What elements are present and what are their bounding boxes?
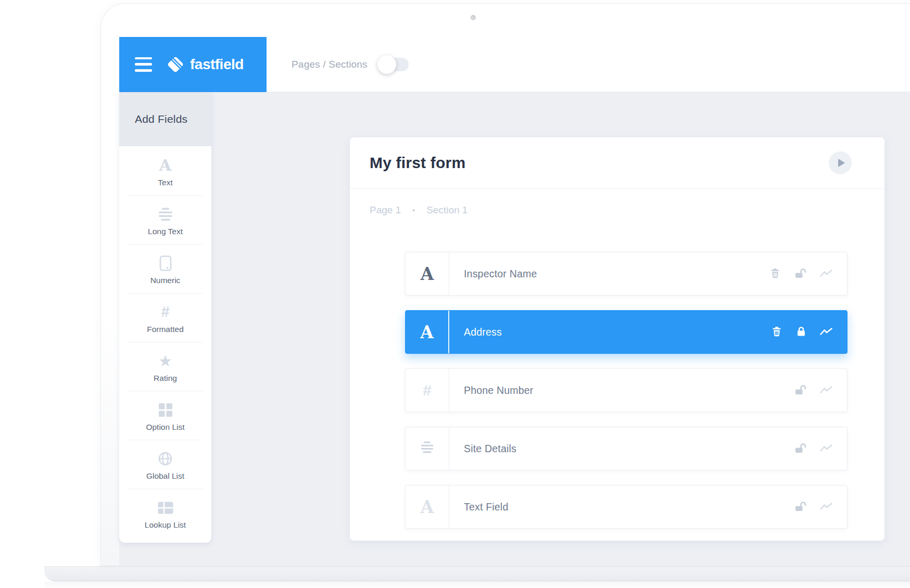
trend-button[interactable] — [820, 502, 832, 512]
sidebar-item-label: Long Text — [148, 227, 183, 236]
unlock-icon — [794, 442, 806, 455]
pages-sections-toggle[interactable] — [379, 58, 409, 71]
field-row-site-details[interactable]: Site Details — [405, 427, 848, 470]
unlock-button[interactable] — [794, 501, 806, 514]
trend-icon — [820, 269, 832, 279]
rating-icon: ★ — [158, 352, 172, 370]
sidebar-item-long-text[interactable]: Long Text — [119, 195, 211, 244]
field-type-cell: A — [406, 485, 449, 528]
trend-button[interactable] — [820, 327, 832, 337]
field-type-cell: A — [406, 252, 449, 295]
sidebar-item-option-list[interactable]: Option List — [119, 391, 211, 440]
sidebar-item-numeric[interactable]: Numeric — [119, 244, 211, 293]
sidebar-item-formatted[interactable]: #Formatted — [119, 293, 211, 342]
lines-icon — [420, 441, 434, 455]
global-list-icon — [158, 450, 173, 468]
trend-button[interactable] — [820, 269, 832, 279]
letter-a-icon: A — [421, 265, 434, 283]
sidebar-item-label: Text — [158, 178, 172, 187]
unlock-button[interactable] — [794, 267, 806, 280]
option-list-icon — [159, 401, 172, 419]
play-button[interactable] — [829, 151, 852, 174]
field-actions — [769, 252, 847, 295]
menu-bar — [135, 57, 152, 60]
unlock-icon — [794, 501, 806, 514]
breadcrumb: Page 1 • Section 1 — [350, 189, 884, 216]
hash-icon: # — [423, 382, 432, 398]
form-card-header: My first form — [350, 137, 884, 189]
sidebar-item-label: Formatted — [147, 325, 184, 334]
sidebar-item-text[interactable]: AText — [119, 146, 211, 195]
letter-a-icon: A — [421, 498, 434, 516]
field-actions — [794, 427, 847, 470]
field-row-phone-number[interactable]: #Phone Number — [405, 368, 848, 412]
fastfield-logo-icon — [166, 55, 185, 74]
menu-bar — [135, 69, 152, 72]
field-label: Text Field — [449, 485, 794, 528]
sidebar: Add Fields AText Long Text Numeric#Forma… — [119, 92, 211, 543]
sidebar-item-label: Global List — [146, 471, 184, 481]
field-actions — [794, 485, 847, 528]
unlock-icon — [794, 267, 806, 280]
section-label[interactable]: Section 1 — [426, 204, 467, 216]
field-label: Site Details — [449, 427, 794, 470]
field-list: AInspector Name AAddress #Phone Number — [405, 252, 848, 543]
long-text-icon — [158, 206, 173, 223]
pages-sections-label: Pages / Sections — [292, 59, 368, 70]
sidebar-item-label: Option List — [146, 423, 184, 432]
sidebar-item-label: Rating — [154, 374, 177, 383]
toggle-knob — [377, 55, 396, 74]
app-header: fastfield Pages / Sections — [119, 37, 910, 92]
play-icon — [838, 159, 845, 167]
field-label: Address — [449, 311, 771, 353]
field-type-cell — [406, 427, 449, 470]
unlock-icon — [794, 384, 806, 397]
page-label[interactable]: Page 1 — [370, 204, 401, 216]
letter-a-icon: A — [420, 324, 434, 341]
lock-icon — [796, 326, 806, 339]
sidebar-title: Add Fields — [119, 92, 211, 146]
field-row-address[interactable]: AAddress — [405, 310, 848, 354]
laptop-base-lip — [44, 582, 910, 588]
trash-button[interactable] — [769, 267, 781, 280]
text-icon: A — [159, 157, 171, 174]
trend-button[interactable] — [820, 444, 832, 454]
laptop-screen: fastfield Pages / Sections Add Fields AT… — [100, 3, 910, 566]
page: fastfield Pages / Sections Add Fields AT… — [0, 0, 910, 588]
field-actions — [794, 369, 847, 412]
trend-icon — [820, 327, 832, 337]
pages-sections-toggle-group: Pages / Sections — [292, 58, 409, 71]
numeric-icon — [159, 254, 172, 272]
trend-button[interactable] — [820, 386, 832, 395]
trash-icon — [771, 326, 782, 339]
brand-name: fastfield — [190, 56, 244, 73]
unlock-button[interactable] — [794, 442, 806, 455]
sidebar-item-lookup-list[interactable]: Lookup List — [119, 489, 211, 538]
brand-block: fastfield — [119, 37, 267, 92]
lookup-list-icon — [158, 499, 173, 517]
field-type-cell: # — [406, 369, 449, 412]
trend-icon — [820, 502, 832, 512]
menu-button[interactable] — [135, 57, 152, 72]
formatted-icon: # — [161, 303, 169, 321]
unlock-button[interactable] — [794, 384, 806, 397]
meta-separator-icon: • — [412, 206, 415, 214]
field-type-cell: A — [406, 311, 449, 353]
laptop-base — [44, 566, 910, 582]
trend-icon — [820, 386, 832, 395]
trash-button[interactable] — [771, 326, 782, 339]
form-title: My first form — [370, 154, 465, 172]
trash-icon — [769, 267, 781, 280]
sidebar-item-global-list[interactable]: Global List — [119, 440, 211, 489]
field-label: Inspector Name — [449, 252, 769, 295]
camera-dot — [471, 15, 476, 20]
field-row-text-field[interactable]: AText Field — [405, 485, 848, 529]
trend-icon — [820, 444, 832, 454]
form-card: My first form Page 1 • Section 1 AInspec… — [350, 137, 884, 541]
sidebar-item-rating[interactable]: ★Rating — [119, 342, 211, 391]
lock-button[interactable] — [796, 326, 806, 339]
field-label: Phone Number — [449, 369, 794, 412]
sidebar-item-label: Numeric — [150, 276, 181, 285]
sidebar-items: AText Long Text Numeric#Formatted★Rating… — [119, 146, 211, 538]
field-row-inspector-name[interactable]: AInspector Name — [405, 252, 848, 296]
